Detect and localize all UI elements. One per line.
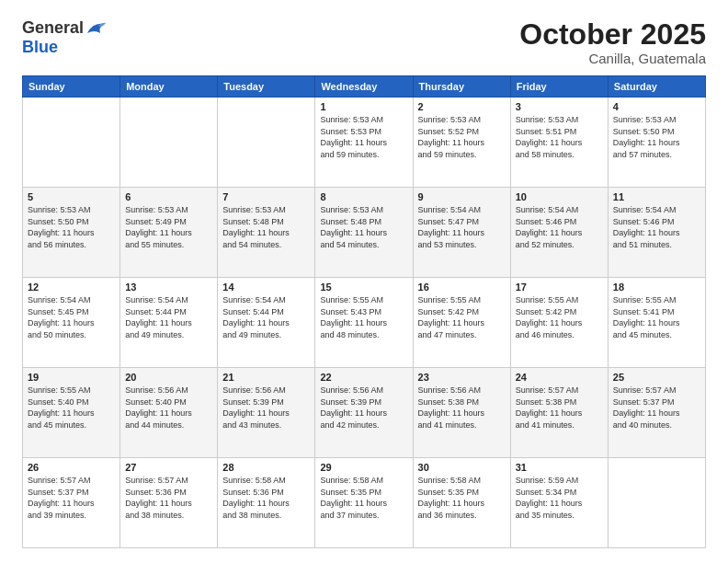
day-info: Sunrise: 5:58 AM Sunset: 5:35 PM Dayligh… (320, 475, 407, 521)
calendar-cell: 5Sunrise: 5:53 AM Sunset: 5:50 PM Daylig… (23, 188, 120, 278)
calendar-week-row: 12Sunrise: 5:54 AM Sunset: 5:45 PM Dayli… (23, 278, 706, 368)
day-info: Sunrise: 5:56 AM Sunset: 5:39 PM Dayligh… (320, 385, 407, 431)
calendar-cell: 1Sunrise: 5:53 AM Sunset: 5:53 PM Daylig… (315, 98, 413, 188)
calendar-cell: 27Sunrise: 5:57 AM Sunset: 5:36 PM Dayli… (120, 458, 218, 548)
day-number: 26 (28, 462, 115, 473)
day-info: Sunrise: 5:54 AM Sunset: 5:44 PM Dayligh… (222, 294, 310, 340)
calendar-cell: 28Sunrise: 5:58 AM Sunset: 5:36 PM Dayli… (218, 458, 315, 548)
calendar-cell: 4Sunrise: 5:53 AM Sunset: 5:50 PM Daylig… (608, 98, 705, 188)
header-monday: Monday (120, 76, 218, 98)
day-number: 2 (418, 101, 506, 112)
day-number: 9 (418, 191, 506, 202)
day-number: 6 (125, 191, 212, 202)
calendar-cell: 31Sunrise: 5:59 AM Sunset: 5:34 PM Dayli… (510, 458, 608, 548)
day-number: 17 (516, 282, 603, 293)
day-number: 21 (222, 372, 310, 383)
calendar-header-row: Sunday Monday Tuesday Wednesday Thursday… (23, 76, 706, 98)
day-number: 23 (418, 372, 506, 383)
calendar-cell (120, 98, 218, 188)
day-number: 19 (28, 372, 115, 383)
day-info: Sunrise: 5:57 AM Sunset: 5:38 PM Dayligh… (516, 385, 603, 431)
calendar-week-row: 19Sunrise: 5:55 AM Sunset: 5:40 PM Dayli… (23, 368, 706, 458)
day-number: 1 (320, 101, 407, 112)
day-number: 12 (28, 282, 115, 293)
calendar-cell: 9Sunrise: 5:54 AM Sunset: 5:47 PM Daylig… (413, 188, 510, 278)
page: General Blue October 2025 Canilla, Guate… (0, 0, 728, 563)
calendar-cell: 15Sunrise: 5:55 AM Sunset: 5:43 PM Dayli… (315, 278, 413, 368)
day-info: Sunrise: 5:58 AM Sunset: 5:36 PM Dayligh… (222, 475, 310, 521)
day-info: Sunrise: 5:57 AM Sunset: 5:36 PM Dayligh… (125, 475, 212, 521)
calendar-cell: 26Sunrise: 5:57 AM Sunset: 5:37 PM Dayli… (23, 458, 120, 548)
logo-bird-icon (85, 20, 106, 37)
day-info: Sunrise: 5:57 AM Sunset: 5:37 PM Dayligh… (28, 475, 115, 521)
calendar-cell: 11Sunrise: 5:54 AM Sunset: 5:46 PM Dayli… (608, 188, 705, 278)
calendar-cell: 12Sunrise: 5:54 AM Sunset: 5:45 PM Dayli… (23, 278, 120, 368)
day-number: 20 (125, 372, 212, 383)
day-number: 27 (125, 462, 212, 473)
day-number: 25 (613, 372, 700, 383)
header-thursday: Thursday (413, 76, 510, 98)
calendar-cell: 13Sunrise: 5:54 AM Sunset: 5:44 PM Dayli… (120, 278, 218, 368)
calendar-week-row: 1Sunrise: 5:53 AM Sunset: 5:53 PM Daylig… (23, 98, 706, 188)
calendar-cell: 20Sunrise: 5:56 AM Sunset: 5:40 PM Dayli… (120, 368, 218, 458)
day-info: Sunrise: 5:53 AM Sunset: 5:52 PM Dayligh… (418, 114, 506, 160)
day-info: Sunrise: 5:56 AM Sunset: 5:40 PM Dayligh… (125, 385, 212, 431)
calendar-week-row: 5Sunrise: 5:53 AM Sunset: 5:50 PM Daylig… (23, 188, 706, 278)
header-tuesday: Tuesday (218, 76, 315, 98)
day-number: 24 (516, 372, 603, 383)
location-subtitle: Canilla, Guatemala (519, 51, 706, 66)
day-info: Sunrise: 5:54 AM Sunset: 5:46 PM Dayligh… (613, 204, 700, 250)
day-info: Sunrise: 5:53 AM Sunset: 5:50 PM Dayligh… (613, 114, 700, 160)
calendar-table: Sunday Monday Tuesday Wednesday Thursday… (22, 75, 706, 548)
day-info: Sunrise: 5:54 AM Sunset: 5:45 PM Dayligh… (28, 294, 115, 340)
calendar-cell: 22Sunrise: 5:56 AM Sunset: 5:39 PM Dayli… (315, 368, 413, 458)
header-wednesday: Wednesday (315, 76, 413, 98)
calendar-cell: 30Sunrise: 5:58 AM Sunset: 5:35 PM Dayli… (413, 458, 510, 548)
day-info: Sunrise: 5:55 AM Sunset: 5:41 PM Dayligh… (613, 294, 700, 340)
calendar-cell: 7Sunrise: 5:53 AM Sunset: 5:48 PM Daylig… (218, 188, 315, 278)
day-info: Sunrise: 5:55 AM Sunset: 5:40 PM Dayligh… (28, 385, 115, 431)
day-number: 5 (28, 191, 115, 202)
calendar-cell: 16Sunrise: 5:55 AM Sunset: 5:42 PM Dayli… (413, 278, 510, 368)
calendar-cell: 29Sunrise: 5:58 AM Sunset: 5:35 PM Dayli… (315, 458, 413, 548)
day-number: 11 (613, 191, 700, 202)
logo-blue-text: Blue (22, 38, 58, 57)
day-number: 10 (516, 191, 603, 202)
day-info: Sunrise: 5:55 AM Sunset: 5:42 PM Dayligh… (516, 294, 603, 340)
logo: General Blue (22, 18, 106, 57)
month-title: October 2025 (519, 18, 706, 51)
day-info: Sunrise: 5:56 AM Sunset: 5:38 PM Dayligh… (418, 385, 506, 431)
header-sunday: Sunday (23, 76, 120, 98)
day-number: 14 (222, 282, 310, 293)
logo-general-text: General (22, 18, 84, 38)
day-info: Sunrise: 5:53 AM Sunset: 5:48 PM Dayligh… (222, 204, 310, 250)
calendar-cell: 21Sunrise: 5:56 AM Sunset: 5:39 PM Dayli… (218, 368, 315, 458)
calendar-cell: 24Sunrise: 5:57 AM Sunset: 5:38 PM Dayli… (510, 368, 608, 458)
calendar-cell: 10Sunrise: 5:54 AM Sunset: 5:46 PM Dayli… (510, 188, 608, 278)
day-info: Sunrise: 5:55 AM Sunset: 5:43 PM Dayligh… (320, 294, 407, 340)
day-info: Sunrise: 5:54 AM Sunset: 5:44 PM Dayligh… (125, 294, 212, 340)
calendar-cell: 18Sunrise: 5:55 AM Sunset: 5:41 PM Dayli… (608, 278, 705, 368)
day-number: 28 (222, 462, 310, 473)
day-info: Sunrise: 5:55 AM Sunset: 5:42 PM Dayligh… (418, 294, 506, 340)
day-number: 22 (320, 372, 407, 383)
calendar-cell: 19Sunrise: 5:55 AM Sunset: 5:40 PM Dayli… (23, 368, 120, 458)
calendar-cell: 17Sunrise: 5:55 AM Sunset: 5:42 PM Dayli… (510, 278, 608, 368)
day-info: Sunrise: 5:53 AM Sunset: 5:51 PM Dayligh… (516, 114, 603, 160)
header-friday: Friday (510, 76, 608, 98)
header-saturday: Saturday (608, 76, 705, 98)
calendar-cell: 14Sunrise: 5:54 AM Sunset: 5:44 PM Dayli… (218, 278, 315, 368)
day-info: Sunrise: 5:56 AM Sunset: 5:39 PM Dayligh… (222, 385, 310, 431)
day-number: 15 (320, 282, 407, 293)
calendar-cell (218, 98, 315, 188)
day-info: Sunrise: 5:53 AM Sunset: 5:49 PM Dayligh… (125, 204, 212, 250)
calendar-cell: 25Sunrise: 5:57 AM Sunset: 5:37 PM Dayli… (608, 368, 705, 458)
day-number: 29 (320, 462, 407, 473)
day-info: Sunrise: 5:57 AM Sunset: 5:37 PM Dayligh… (613, 385, 700, 431)
day-number: 3 (516, 101, 603, 112)
day-info: Sunrise: 5:53 AM Sunset: 5:50 PM Dayligh… (28, 204, 115, 250)
header: General Blue October 2025 Canilla, Guate… (22, 18, 706, 66)
day-info: Sunrise: 5:58 AM Sunset: 5:35 PM Dayligh… (418, 475, 506, 521)
day-number: 16 (418, 282, 506, 293)
calendar-cell (608, 458, 705, 548)
